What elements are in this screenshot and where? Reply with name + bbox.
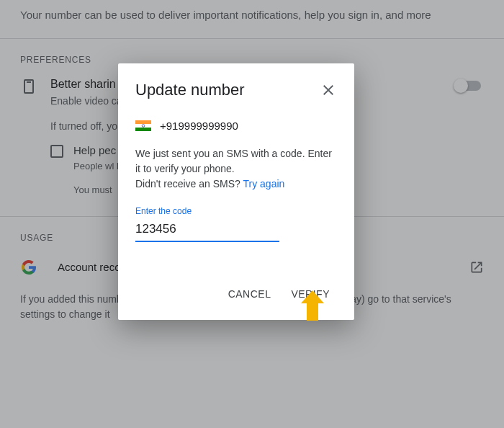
dialog-title: Update number [135, 81, 245, 99]
phone-display-row: +919999999990 [135, 120, 337, 132]
verification-code-input[interactable] [135, 219, 279, 242]
update-number-dialog: Update number +919999999990 We just sent… [118, 63, 354, 320]
svg-rect-4 [135, 128, 151, 131]
close-icon[interactable] [320, 81, 337, 99]
svg-rect-2 [135, 120, 151, 124]
phone-number-text: +919999999990 [160, 120, 238, 132]
code-input-label: Enter the code [135, 206, 337, 216]
cancel-button[interactable]: CANCEL [221, 282, 279, 306]
india-flag-icon [135, 120, 151, 131]
dialog-message: We just sent you an SMS with a code. Ent… [135, 146, 337, 192]
verify-button[interactable]: VERIFY [284, 282, 337, 306]
try-again-link[interactable]: Try again [243, 178, 285, 190]
